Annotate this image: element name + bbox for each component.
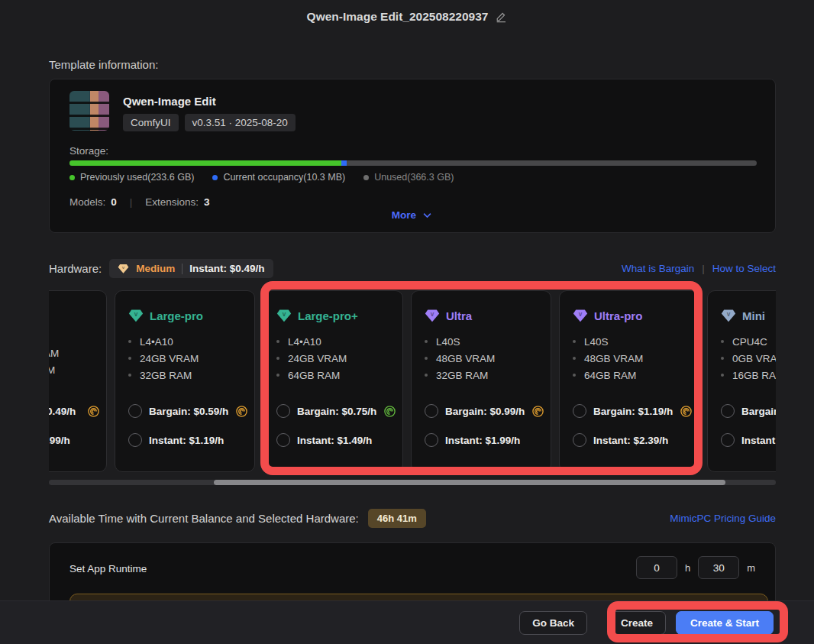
hardware-card-mini[interactable]: v Mini CPU4C 0GB VRAM 16GB RAM Bargain: …: [707, 290, 776, 472]
bargain-option[interactable]: Bargain: $0.75/h: [276, 404, 396, 418]
what-is-bargain-link[interactable]: What is Bargain: [622, 263, 694, 274]
radio-icon[interactable]: [573, 404, 586, 418]
instant-option[interactable]: Instant: $1.49/h: [276, 433, 372, 447]
card-title: Ultra: [446, 309, 472, 322]
spec-line: 24GB VRAM: [128, 350, 254, 367]
card-title: Large-pro: [150, 309, 203, 322]
instant-option[interactable]: Instant: $2.39/h: [573, 433, 668, 447]
models-value: 0: [111, 196, 117, 208]
instant-option[interactable]: Instant: $1.99/h: [425, 433, 520, 447]
spec-line: L40S: [425, 333, 551, 350]
create-button[interactable]: Create: [608, 611, 666, 635]
create-and-start-button[interactable]: Create & Start: [676, 611, 774, 635]
cards-scrollbar-thumb[interactable]: [214, 480, 725, 485]
spec-text: L40S: [436, 336, 460, 348]
storage-used-segment: [69, 160, 341, 166]
bargain-price-fragment[interactable]: 0.49/h: [49, 406, 76, 417]
card-header: v Large-pro: [128, 308, 254, 323]
bargain-deal-icon: [235, 405, 248, 418]
instant-price: Instant: $1.49/h: [297, 435, 372, 446]
bullet-icon: [276, 340, 279, 343]
instant-price-fragment[interactable]: .99/h: [49, 435, 70, 446]
bargain-price: Bargain: $: [741, 406, 776, 417]
svg-text:v: v: [727, 310, 731, 318]
bargain-option[interactable]: Bargain: $: [721, 404, 776, 418]
bullet-icon: [425, 357, 428, 360]
spec-line: 64GB RAM: [276, 367, 402, 383]
template-section-label: Template information:: [49, 58, 158, 71]
radio-icon[interactable]: [425, 433, 438, 447]
spec-line: 16GB RAM: [721, 367, 776, 383]
bargain-deal-icon: [87, 405, 100, 418]
instant-option[interactable]: Instant: $1.19/h: [128, 433, 224, 447]
spec-line: 64GB RAM: [573, 367, 699, 383]
page-header: Qwen-Image Edit_202508220937: [0, 10, 814, 24]
bullet-icon: [721, 340, 724, 343]
hardware-card-ultra-pro[interactable]: v Ultra-pro L40S 48GB VRAM 64GB RAM Barg…: [559, 290, 699, 472]
hours-input[interactable]: [636, 556, 677, 579]
more-label: More: [392, 209, 416, 221]
spec-fragment: M: [49, 364, 55, 376]
spec-text: 0GB VRAM: [732, 353, 776, 364]
bargain-option[interactable]: Bargain: $0.99/h: [425, 404, 544, 418]
spec-text: 24GB VRAM: [140, 353, 199, 364]
card-header: v Ultra-pro: [573, 308, 699, 323]
storage-legend: Previously used(233.6 GB) Current occupa…: [69, 172, 454, 183]
hardware-card-ultra[interactable]: v Ultra L40S 48GB VRAM 32GB RAM Bargain:…: [411, 290, 551, 472]
bottom-action-bar: Go Back Create Create & Start: [0, 600, 814, 644]
bargain-option[interactable]: Bargain: $0.59/h: [128, 404, 248, 418]
legend-label: Current occupancy(10.3 MB): [223, 172, 345, 183]
instant-option[interactable]: Instant: $: [721, 433, 776, 447]
spec-text: L40S: [584, 336, 609, 348]
cards-scrollbar-track[interactable]: [49, 480, 776, 485]
radio-icon[interactable]: [276, 404, 290, 418]
radio-icon[interactable]: [721, 404, 735, 418]
hardware-card-large-pro-plus[interactable]: v Large-pro+ L4•A10 24GB VRAM 64GB RAM B…: [263, 290, 403, 472]
spec-line: L4•A10: [276, 333, 402, 350]
how-to-select-link[interactable]: How to Select: [712, 263, 776, 274]
pricing-guide-link[interactable]: MimicPC Pricing Guide: [670, 513, 776, 524]
spec-line: L40S: [573, 333, 699, 350]
bullet-icon: [128, 357, 131, 360]
bullet-icon: [128, 340, 131, 343]
spec-text: L4•A10: [140, 336, 173, 348]
gem-icon: v: [425, 308, 440, 323]
hardware-links: What is Bargain | How to Select: [622, 263, 776, 274]
legend-current-occupancy: Current occupancy(10.3 MB): [212, 172, 345, 183]
radio-icon[interactable]: [128, 404, 142, 418]
legend-previously-used: Previously used(233.6 GB): [69, 172, 194, 183]
bargain-option[interactable]: Bargain: $1.19/h: [573, 404, 693, 418]
edit-title-icon[interactable]: [495, 11, 507, 23]
legend-label: Unused(366.3 GB): [374, 172, 454, 183]
radio-icon[interactable]: [721, 433, 735, 447]
radio-icon[interactable]: [573, 433, 586, 447]
storage-current-segment: [341, 160, 346, 166]
chevron-down-icon: [422, 209, 433, 221]
selected-hardware-badge[interactable]: v Medium Instant: $0.49/h: [109, 259, 273, 278]
svg-text:v: v: [283, 310, 286, 318]
bargain-deal-icon: [383, 405, 396, 418]
more-toggle[interactable]: More: [50, 209, 775, 221]
hardware-card-large-pro[interactable]: v Large-pro L4•A10 24GB VRAM 32GB RAM Ba…: [115, 290, 255, 472]
spec-line: 48GB VRAM: [573, 350, 699, 367]
radio-icon[interactable]: [128, 433, 142, 447]
template-info-card: Qwen-Image Edit ComfyUI v0.3.51 · 2025-0…: [49, 79, 776, 233]
go-back-button[interactable]: Go Back: [519, 611, 587, 635]
gem-icon: v: [118, 263, 129, 274]
bargain-deal-icon: [531, 405, 544, 418]
selected-price-label: Instant: $0.49/h: [189, 263, 264, 274]
version-badge: v0.3.51 · 2025-08-20: [185, 114, 296, 131]
spec-text: 64GB RAM: [288, 370, 340, 381]
hardware-card-partial-left[interactable]: AM M 0.49/h .99/h: [49, 290, 107, 472]
card-header: v Mini: [721, 308, 776, 323]
radio-icon[interactable]: [276, 433, 290, 447]
bullet-icon: [721, 374, 724, 377]
minutes-input[interactable]: [698, 556, 739, 579]
extensions-label: Extensions:: [145, 196, 199, 208]
page-title: Qwen-Image Edit_202508220937: [307, 10, 489, 24]
radio-icon[interactable]: [425, 404, 438, 418]
card-header: v Ultra: [425, 308, 551, 323]
spec-text: 48GB VRAM: [584, 353, 643, 364]
available-time-row: Available Time with Current Balance and …: [49, 509, 776, 528]
spec-text: 48GB VRAM: [436, 353, 495, 364]
